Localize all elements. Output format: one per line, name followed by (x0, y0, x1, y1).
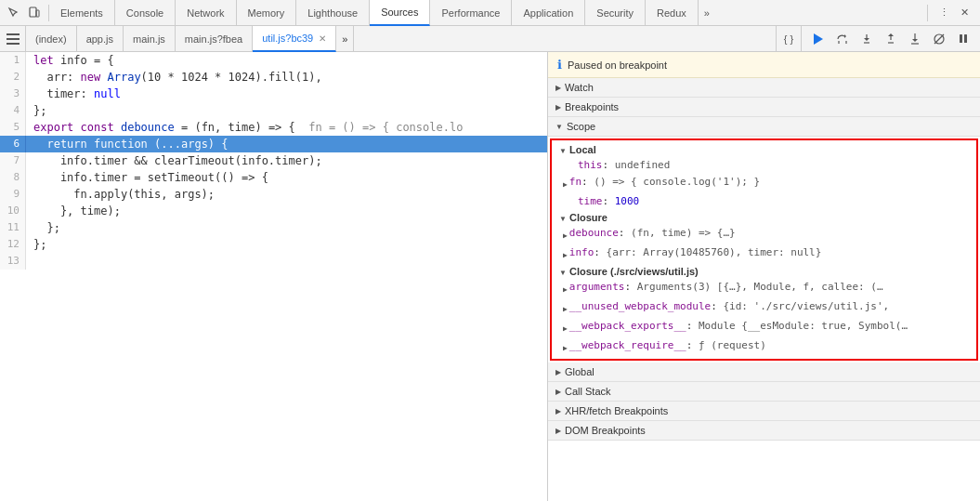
scope-debounce[interactable]: ▶ debounce: (fn, time) => {…} (552, 225, 976, 244)
code-line-3: 3 timer: null (0, 86, 547, 102)
scope-local-header[interactable]: ▼ Local (552, 142, 976, 157)
call-stack-section-header[interactable]: ▶ Call Stack (548, 382, 980, 402)
breakpoint-banner-text: Paused on breakpoint (568, 59, 667, 71)
arguments-toggle-icon[interactable]: ▶ (563, 280, 568, 297)
file-tab-appjs[interactable]: app.js (77, 26, 124, 52)
info-toggle-icon[interactable]: ▶ (563, 245, 568, 263)
device-icon[interactable] (26, 5, 43, 21)
scope-webpack-require[interactable]: ▶ __webpack_require__: ƒ (request) (552, 337, 976, 357)
code-line-12: 12}; (0, 236, 547, 253)
format-icon[interactable]: { } (780, 31, 797, 47)
global-label: Global (565, 366, 595, 377)
dom-triangle-icon: ▶ (555, 427, 561, 435)
devtools-icons (0, 5, 49, 21)
breakpoints-section-header[interactable]: ▶ Breakpoints (548, 98, 980, 117)
file-tab-mainjs[interactable]: main.js (124, 26, 176, 52)
file-tab-mainjsfbea[interactable]: main.js?fbea (176, 26, 253, 52)
code-line-13: 13 (0, 253, 547, 270)
dom-section-header[interactable]: ▶ DOM Breakpoints (548, 421, 980, 441)
code-line-1: 1let info = { (0, 52, 547, 69)
code-line-9: 9 fn.apply(this, args); (0, 186, 547, 203)
line-number-1: 1 (0, 52, 26, 69)
step-button[interactable] (906, 30, 924, 48)
scope-closure-header[interactable]: ▼ Closure (552, 210, 976, 225)
scope-unused-webpack[interactable]: ▶ __unused_webpack_module: {id: './src/v… (552, 298, 976, 318)
tab-more-button[interactable]: » (699, 0, 715, 26)
line-number-11: 11 (0, 219, 26, 236)
file-tab-utiljs[interactable]: util.js?bc39 ✕ (253, 26, 336, 52)
webpack-require-toggle-icon[interactable]: ▶ (563, 338, 568, 356)
step-into-button[interactable] (857, 30, 876, 48)
scope-this: this: undefined (552, 157, 976, 174)
global-triangle-icon: ▶ (555, 368, 561, 376)
tab-application[interactable]: Application (512, 0, 585, 26)
file-tab-index[interactable]: (index) (26, 26, 77, 52)
line-number-8: 8 (0, 169, 26, 186)
scope-fn[interactable]: ▶ fn: () => { console.log('1'); } (552, 174, 976, 193)
step-over-button[interactable] (833, 30, 852, 48)
closure-triangle-icon: ▼ (559, 215, 567, 223)
top-toolbar: Elements Console Network Memory Lighthou… (0, 0, 980, 26)
line-number-6: 6 (0, 136, 26, 152)
code-line-11: 11 }; (0, 219, 547, 236)
xhr-triangle-icon: ▶ (555, 407, 561, 415)
tab-sources[interactable]: Sources (370, 0, 430, 26)
tab-redux[interactable]: Redux (646, 0, 699, 26)
code-line-7: 7 info.timer && clearTimeout(info.timer)… (0, 152, 547, 169)
scope-arguments[interactable]: ▶ arguments: Arguments(3) [{…}, Module, … (552, 279, 976, 298)
resume-button[interactable] (809, 30, 828, 48)
tab-performance[interactable]: Performance (430, 0, 512, 26)
tab-elements[interactable]: Elements (49, 0, 115, 26)
line-number-12: 12 (0, 236, 26, 253)
global-section-header[interactable]: ▶ Global (548, 363, 980, 382)
scope-section-header[interactable]: ▼ Scope (548, 117, 980, 137)
line-number-5: 5 (0, 119, 26, 136)
close-devtools-icon[interactable]: ✕ (956, 5, 973, 21)
breakpoint-banner: ℹ Paused on breakpoint (548, 52, 980, 78)
scope-time: time: 1000 (552, 193, 976, 210)
file-tabs-more-button[interactable]: » (336, 26, 354, 52)
local-triangle-icon: ▼ (559, 147, 567, 155)
info-icon: ℹ (557, 58, 562, 72)
unused-webpack-toggle-icon[interactable]: ▶ (563, 299, 568, 317)
tab-security[interactable]: Security (585, 0, 646, 26)
code-line-5: 5export const debounce = (fn, time) => {… (0, 119, 547, 136)
scope-content: ▼ Local this: undefined ▶ fn: () => { co… (550, 138, 978, 361)
scope-info[interactable]: ▶ info: {arr: Array(10485760), timer: nu… (552, 244, 976, 264)
settings-icon[interactable]: ⋮ (935, 5, 952, 21)
xhr-section-header[interactable]: ▶ XHR/fetch Breakpoints (548, 402, 980, 421)
tab-console[interactable]: Console (115, 0, 176, 26)
main-area: 1let info = {2 arr: new Array(10 * 1024 … (0, 52, 980, 501)
tab-memory[interactable]: Memory (237, 0, 297, 26)
dom-label: DOM Breakpoints (565, 425, 646, 436)
toggle-navigator-icon[interactable] (0, 26, 26, 52)
pause-on-exceptions-button[interactable] (954, 30, 973, 48)
tab-network[interactable]: Network (176, 0, 236, 26)
line-number-7: 7 (0, 152, 26, 169)
code-editor[interactable]: 1let info = {2 arr: new Array(10 * 1024 … (0, 52, 547, 501)
svg-rect-0 (30, 7, 36, 17)
svg-rect-4 (7, 43, 20, 45)
code-line-4: 4}; (0, 102, 547, 119)
scope-triangle-icon: ▼ (555, 123, 563, 131)
scope-closure2-header[interactable]: ▼ Closure (./src/views/util.js) (552, 264, 976, 279)
tab-nav: Elements Console Network Memory Lighthou… (49, 0, 927, 26)
fn-toggle-icon[interactable]: ▶ (563, 175, 568, 192)
scope-webpack-exports[interactable]: ▶ __webpack_exports__: Module {__esModul… (552, 318, 976, 337)
line-number-2: 2 (0, 69, 26, 86)
webpack-exports-toggle-icon[interactable]: ▶ (563, 319, 568, 336)
line-number-4: 4 (0, 102, 26, 119)
tab-lighthouse[interactable]: Lighthouse (296, 0, 370, 26)
svg-rect-17 (964, 34, 967, 43)
step-out-button[interactable] (882, 30, 900, 48)
close-tab-icon[interactable]: ✕ (319, 33, 326, 44)
svg-rect-3 (7, 38, 20, 40)
scope-label: Scope (567, 121, 595, 132)
debounce-toggle-icon[interactable]: ▶ (563, 226, 568, 244)
deactivate-breakpoints-button[interactable] (930, 30, 948, 48)
inspect-icon[interactable] (6, 5, 22, 21)
watch-triangle-icon: ▶ (555, 84, 561, 92)
watch-label: Watch (565, 82, 594, 93)
watch-section-header[interactable]: ▶ Watch (548, 78, 980, 98)
svg-rect-2 (7, 33, 20, 35)
